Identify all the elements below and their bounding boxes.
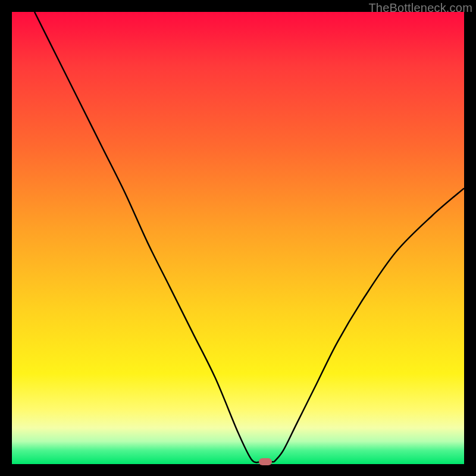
chart-frame: TheBottleneck.com [0, 0, 476, 476]
right-branch-line [274, 188, 464, 462]
plot-area [12, 12, 464, 464]
optimal-marker [259, 458, 272, 465]
bottleneck-curve [12, 12, 464, 464]
left-branch-line [35, 12, 261, 462]
